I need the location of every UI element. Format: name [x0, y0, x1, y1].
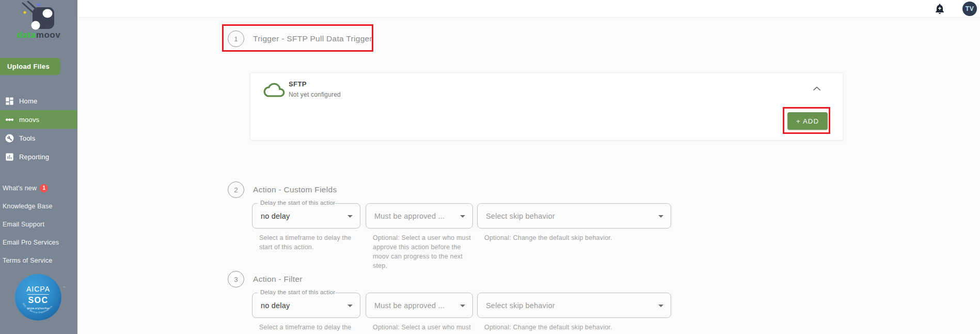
chevron-up-icon[interactable] — [813, 86, 821, 91]
sidebar-link-terms-of-service[interactable]: Terms of Service — [0, 251, 77, 269]
logo-text-green: data — [17, 30, 36, 40]
sidebar-item-label: Tools — [19, 134, 35, 142]
skip-helper-text: Optional: Change the default skip behavi… — [484, 323, 706, 332]
approver-helper-text: Optional: Select a user who must approve… — [373, 233, 475, 270]
skip-select-placeholder: Select skip behavior — [486, 293, 555, 317]
upload-files-button[interactable]: Upload Files — [0, 58, 60, 75]
logo-text-dark: moov — [36, 30, 60, 40]
datamoov-logo-icon — [15, 1, 62, 31]
main-content: 1 Trigger - SFTP Pull Data Trigger SFTP … — [77, 18, 980, 334]
skip-behavior-select[interactable]: Select skip behavior — [477, 293, 671, 318]
chevron-down-icon — [658, 215, 663, 218]
step-1-number: 1 — [228, 31, 244, 47]
step-2-title: Action - Custom Fields — [253, 185, 337, 194]
step-2-header: 2 Action - Custom Fields — [228, 181, 337, 198]
add-button[interactable]: + ADD — [787, 112, 828, 130]
link-label: What's new — [3, 185, 37, 192]
delay-select[interactable]: Delay the start of this action no delay — [252, 203, 360, 229]
sidebar-link-email-support[interactable]: Email Support — [0, 215, 77, 233]
trigger-card-status: Not yet configured — [289, 91, 341, 98]
app-root: datamoov Upload Files Home moovs Tools R… — [0, 0, 980, 334]
step-2-action-form: Delay the start of this action no delay … — [252, 203, 706, 276]
sidebar-item-label: Home — [19, 97, 37, 105]
chevron-down-icon — [347, 305, 353, 307]
whats-new-count-badge: 1 — [40, 184, 48, 192]
chevron-down-icon — [658, 305, 663, 307]
soc-url-label: aicpa.org/soc4so — [27, 307, 50, 310]
approver-select[interactable]: Must be approved ... — [366, 293, 473, 318]
moovs-dots-icon — [5, 115, 14, 125]
step-3-title: Action - Filter — [253, 275, 303, 284]
delay-helper-text: Select a timeframe to delay the start of… — [259, 233, 353, 252]
sidebar-item-label: Reporting — [19, 153, 49, 161]
notification-add-bell-icon[interactable] — [934, 2, 946, 16]
step-3-header: 3 Action - Filter — [228, 271, 303, 287]
dashboard-icon — [5, 96, 14, 106]
tools-wrench-icon — [5, 133, 14, 143]
sftp-trigger-card: SFTP Not yet configured + ADD — [250, 72, 843, 141]
sidebar-link-email-pro-services[interactable]: Email Pro Services — [0, 233, 77, 251]
skip-behavior-select[interactable]: Select skip behavior — [477, 203, 671, 229]
sidebar-link-knowledge-base[interactable]: Knowledge Base — [0, 197, 77, 215]
chevron-down-icon — [347, 215, 353, 218]
sidebar-item-home[interactable]: Home — [0, 92, 77, 110]
sidebar-item-moovs[interactable]: moovs — [0, 110, 77, 129]
step-3-number: 3 — [228, 271, 244, 287]
skip-helper-text: Optional: Change the default skip behavi… — [484, 233, 706, 242]
approver-select[interactable]: Must be approved ... — [366, 203, 473, 229]
approver-helper-text: Optional: Select a user who must approve… — [373, 323, 475, 334]
link-label: Email Support — [3, 221, 44, 228]
link-label: Terms of Service — [3, 257, 52, 264]
soc-org-label: AICPA — [26, 285, 50, 293]
link-label: Knowledge Base — [3, 203, 53, 210]
sidebar: datamoov Upload Files Home moovs Tools R… — [0, 0, 77, 334]
soc-trademark: ™ — [62, 286, 66, 289]
sidebar-links: What's new 1 Knowledge Base Email Suppor… — [0, 179, 77, 269]
sidebar-item-label: moovs — [19, 116, 39, 124]
chevron-down-icon — [460, 305, 465, 307]
trigger-card-title: SFTP — [289, 80, 341, 88]
skip-select-placeholder: Select skip behavior — [486, 204, 555, 228]
soc-divider — [27, 294, 49, 295]
link-label: Email Pro Services — [3, 239, 59, 246]
cloud-icon — [263, 81, 286, 99]
topbar: TV — [77, 0, 980, 18]
step-1-header: 1 Trigger - SFTP Pull Data Trigger — [228, 31, 372, 47]
approver-select-placeholder: Must be approved ... — [374, 204, 445, 228]
delay-select[interactable]: Delay the start of this action no delay — [252, 293, 360, 318]
delay-select-value: no delay — [261, 204, 290, 228]
step-1-title: Trigger - SFTP Pull Data Trigger — [253, 34, 372, 43]
logo-text: datamoov — [0, 30, 77, 40]
step-3-action-form: Delay the start of this action no delay … — [252, 293, 706, 334]
reporting-chart-icon — [5, 152, 14, 162]
aicpa-soc-badge: AICPA SOC aicpa.org/soc4so — [15, 274, 61, 321]
trigger-card-text: SFTP Not yet configured — [289, 80, 341, 98]
sidebar-nav: Home moovs Tools Reporting — [0, 92, 77, 166]
sidebar-item-tools[interactable]: Tools — [0, 129, 77, 147]
sidebar-item-reporting[interactable]: Reporting — [0, 147, 77, 166]
approver-select-placeholder: Must be approved ... — [374, 293, 445, 317]
delay-select-value: no delay — [261, 293, 290, 317]
step-2-number: 2 — [228, 181, 244, 198]
soc-type-label: SOC — [28, 296, 48, 305]
delay-helper-text: Select a timeframe to delay the start of… — [259, 323, 353, 334]
sidebar-link-whats-new[interactable]: What's new 1 — [0, 179, 77, 197]
chevron-down-icon — [460, 215, 465, 218]
user-avatar[interactable]: TV — [962, 2, 977, 16]
